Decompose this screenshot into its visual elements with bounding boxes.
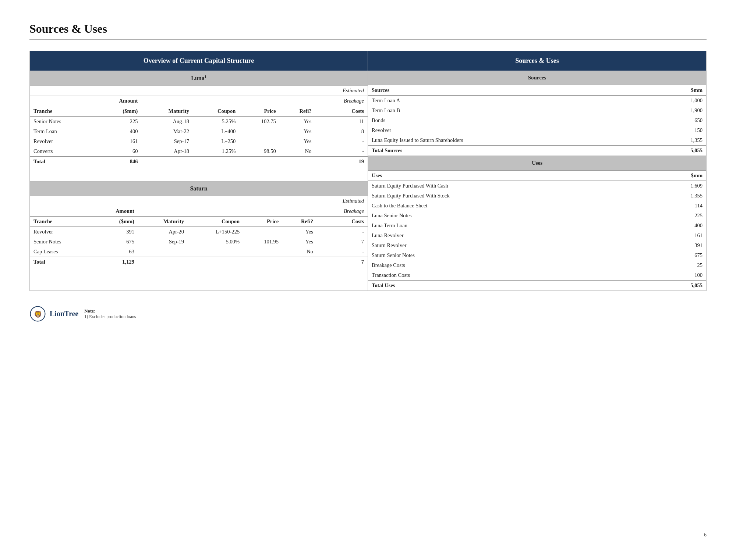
source-value: 150 bbox=[651, 125, 706, 135]
amount-cell: 675 bbox=[92, 237, 138, 247]
section-spacer bbox=[30, 170, 368, 181]
saturn-estimated-label: Estimated bbox=[317, 196, 368, 206]
breakage-cell: 8 bbox=[315, 126, 368, 136]
table-row: Revolver 391 Apr-20 L+150-225 Yes - bbox=[30, 227, 368, 237]
breakage-cell: - bbox=[317, 247, 368, 257]
luna-amount-label: Amount bbox=[119, 98, 138, 104]
source-label: Term Loan B bbox=[368, 106, 651, 115]
right-section-header: Sources & Uses bbox=[368, 51, 706, 71]
breakage-label: Breakage bbox=[315, 96, 368, 106]
brand-name: LionTree bbox=[50, 310, 78, 318]
breakage-cell: - bbox=[317, 227, 368, 237]
uses-sub-header: Uses bbox=[368, 156, 706, 170]
use-label: Cash to the Balance Sheet bbox=[368, 201, 644, 211]
amount-cell: 60 bbox=[94, 146, 141, 157]
luna-sub-header: Luna1 bbox=[30, 71, 368, 86]
total-sources-value: 5,055 bbox=[651, 146, 706, 156]
coupon-cell: 5.00% bbox=[188, 237, 243, 247]
maturity-cell: Mar-22 bbox=[141, 126, 193, 136]
use-value: 161 bbox=[644, 231, 706, 240]
sources-col-header: Sources $mm bbox=[368, 85, 706, 96]
total-amount: 1,129 bbox=[92, 257, 138, 267]
list-item: Cash to the Balance Sheet 114 bbox=[368, 201, 706, 211]
refi-cell: Yes bbox=[280, 117, 315, 127]
total-label: Total bbox=[30, 257, 92, 267]
tranche-cell: Senior Notes bbox=[30, 237, 92, 247]
source-label: Luna Equity Issued to Saturn Shareholder… bbox=[368, 135, 651, 146]
use-value: 225 bbox=[644, 211, 706, 221]
saturn-total-row: Total 1,129 7 bbox=[30, 257, 368, 267]
tranche-cell: Converts bbox=[30, 146, 94, 157]
total-uses-label: Total Uses bbox=[368, 281, 644, 291]
sources-table: Sources $mm Term Loan A 1,000 Term Loan … bbox=[368, 85, 706, 156]
list-item: Revolver 150 bbox=[368, 125, 706, 135]
use-value: 1,355 bbox=[644, 191, 706, 201]
tranche-cell: Senior Notes bbox=[30, 117, 94, 127]
sources-section: Sources Sources $mm Term Loan A 1,000 Te… bbox=[368, 71, 706, 156]
left-panel: Luna1 Estimated Amount bbox=[30, 71, 368, 290]
list-item: Transaction Costs 100 bbox=[368, 270, 706, 281]
uses-table-wrapper: Uses $mm Saturn Equity Purchased With Ca… bbox=[368, 170, 706, 290]
sources-table-wrapper: Sources $mm Term Loan A 1,000 Term Loan … bbox=[368, 85, 706, 156]
breakage-cell: 7 bbox=[317, 237, 368, 247]
saturn-amount-label: Amount bbox=[116, 208, 134, 214]
table-row: Term Loan 400 Mar-22 L+400 Yes 8 bbox=[30, 126, 368, 136]
saturn-amount-header: Amount Breakage bbox=[30, 206, 368, 217]
list-item: Luna Revolver 161 bbox=[368, 231, 706, 240]
use-value: 400 bbox=[644, 221, 706, 231]
amount-cell: 63 bbox=[92, 247, 138, 257]
total-uses-value: 5,055 bbox=[644, 281, 706, 291]
price-cell bbox=[243, 227, 282, 237]
coupon-cell: 5.25% bbox=[193, 117, 239, 127]
refi-cell: Yes bbox=[282, 237, 317, 247]
saturn-sub-header: Saturn bbox=[30, 181, 368, 196]
price-cell bbox=[239, 126, 279, 136]
maturity-cell: Sep-19 bbox=[138, 237, 188, 247]
luna-table: Estimated Amount Breakage Tranche ($mm) bbox=[30, 86, 368, 167]
price-cell bbox=[239, 136, 279, 146]
table-row: Revolver 161 Sep-17 L+250 Yes - bbox=[30, 136, 368, 146]
price-cell bbox=[243, 247, 282, 257]
saturn-col-header: Tranche ($mm) Maturity Coupon Price Refi… bbox=[30, 217, 368, 227]
breakage-cell: - bbox=[315, 136, 368, 146]
saturn-table-wrapper: Estimated Amount Breakage Tranche ($mm) bbox=[30, 196, 368, 271]
use-value: 114 bbox=[644, 201, 706, 211]
footer-note-label: Note: bbox=[84, 308, 136, 314]
luna-table-wrapper: Estimated Amount Breakage Tranche ($mm) bbox=[30, 86, 368, 170]
list-item: Saturn Equity Purchased With Cash 1,609 bbox=[368, 181, 706, 191]
table-row: Cap Leases 63 No - bbox=[30, 247, 368, 257]
total-breakage: 7 bbox=[317, 257, 368, 267]
use-label: Luna Senior Notes bbox=[368, 211, 644, 221]
footer: 🦁 LionTree Note: 1) Excludes production … bbox=[29, 306, 707, 322]
uses-total-row: Total Uses 5,055 bbox=[368, 281, 706, 291]
svg-text:🦁: 🦁 bbox=[34, 310, 42, 318]
title-divider bbox=[29, 39, 707, 40]
list-item: Term Loan B 1,900 bbox=[368, 106, 706, 115]
coupon-cell: L+250 bbox=[193, 136, 239, 146]
price-cell: 101.95 bbox=[243, 237, 282, 247]
list-item: Saturn Revolver 391 bbox=[368, 240, 706, 250]
amount-cell: 161 bbox=[94, 136, 141, 146]
use-label: Saturn Equity Purchased With Cash bbox=[368, 181, 644, 191]
use-value: 25 bbox=[644, 260, 706, 270]
uses-section: Uses Uses $mm Saturn Equity Purchased Wi… bbox=[368, 156, 706, 290]
list-item: Term Loan A 1,000 bbox=[368, 96, 706, 106]
coupon-cell bbox=[188, 247, 243, 257]
use-value: 675 bbox=[644, 250, 706, 260]
saturn-estimated-header: Estimated bbox=[30, 196, 368, 206]
luna-total-row: Total 846 19 bbox=[30, 157, 368, 167]
coupon-cell: 1.25% bbox=[193, 146, 239, 157]
source-label: Term Loan A bbox=[368, 96, 651, 106]
tranche-cell: Cap Leases bbox=[30, 247, 92, 257]
footer-logo: 🦁 LionTree bbox=[29, 306, 78, 322]
source-label: Bonds bbox=[368, 115, 651, 125]
maturity-cell bbox=[138, 247, 188, 257]
list-item: Saturn Equity Purchased With Stock 1,355 bbox=[368, 191, 706, 201]
total-breakage: 19 bbox=[315, 157, 368, 167]
amount-cell: 400 bbox=[94, 126, 141, 136]
main-grid: Overview of Current Capital Structure So… bbox=[29, 51, 707, 291]
sources-sub-header: Sources bbox=[368, 71, 706, 85]
use-value: 391 bbox=[644, 240, 706, 250]
luna-estimated-header: Estimated bbox=[30, 86, 368, 96]
refi-cell: Yes bbox=[280, 136, 315, 146]
